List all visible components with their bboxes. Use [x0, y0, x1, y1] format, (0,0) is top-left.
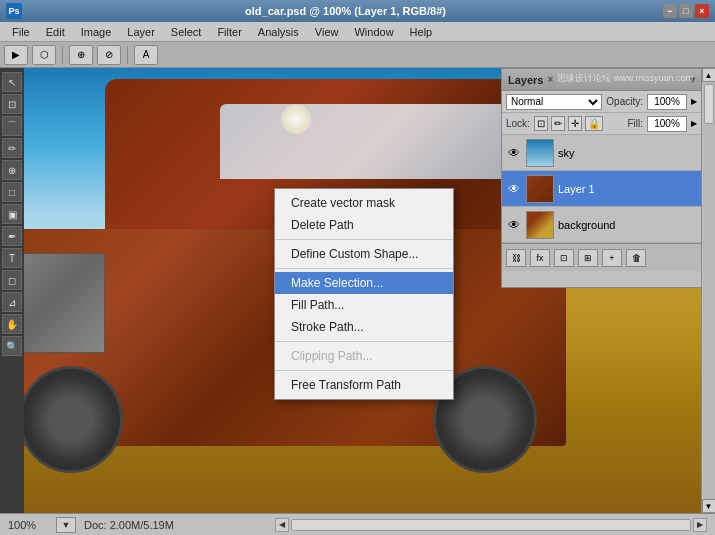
- lock-label: Lock:: [506, 118, 530, 129]
- tool-gradient[interactable]: ▣: [2, 204, 22, 224]
- scroll-right-btn[interactable]: ▶: [693, 518, 707, 532]
- sun-glare: [281, 104, 311, 134]
- workspace: ↖ ⊡ ⌒ ✏ ⊕ □ ▣ ✒ T ◻ ⊿ ✋ 🔍: [0, 68, 715, 513]
- ctx-sep1: [275, 239, 453, 240]
- menu-layer[interactable]: Layer: [119, 24, 163, 40]
- layer-thumb-layer1: [526, 175, 554, 203]
- tool-pen[interactable]: ✒: [2, 226, 22, 246]
- ctx-sep3: [275, 341, 453, 342]
- watermark: 思缘设计论坛 www.missyuan.com: [557, 72, 693, 85]
- canvas-area: Create vector mask Delete Path Define Cu…: [24, 68, 701, 513]
- scroll-up[interactable]: ▲: [702, 68, 716, 82]
- truck-wheel-left: [24, 366, 123, 473]
- tool-stamp[interactable]: ⊕: [2, 160, 22, 180]
- truck-window: [220, 104, 542, 179]
- tool-hand[interactable]: ✋: [2, 314, 22, 334]
- horizontal-scrollbar[interactable]: [291, 519, 691, 531]
- new-group-btn[interactable]: ⊞: [578, 249, 598, 267]
- layers-title: Layers: [508, 74, 543, 86]
- scroll-thumb[interactable]: [704, 84, 714, 124]
- toolbar-arrow[interactable]: ▶: [4, 45, 28, 65]
- tool-eraser[interactable]: □: [2, 182, 22, 202]
- window-title: old_car.psd @ 100% (Layer 1, RGB/8#): [28, 5, 663, 17]
- toolbar: ▶ ⬡ ⊕ ⊘ A: [0, 42, 715, 68]
- ctx-define-custom-shape[interactable]: Define Custom Shape...: [275, 243, 453, 265]
- minimize-button[interactable]: −: [663, 4, 677, 18]
- ctx-delete-path[interactable]: Delete Path: [275, 214, 453, 236]
- toolbar-sep1: [62, 46, 63, 64]
- toolbar-option2[interactable]: ⊘: [97, 45, 121, 65]
- lock-icons: ⊡ ✏ ✛ 🔒: [534, 116, 603, 131]
- ctx-fill-path[interactable]: Fill Path...: [275, 294, 453, 316]
- blend-mode-select[interactable]: Normal Multiply Screen: [506, 94, 602, 110]
- tool-zoom[interactable]: 🔍: [2, 336, 22, 356]
- doc-info: Doc: 2.00M/5.19M: [84, 519, 267, 531]
- menu-help[interactable]: Help: [402, 24, 441, 40]
- close-button[interactable]: ×: [695, 4, 709, 18]
- menu-file[interactable]: File: [4, 24, 38, 40]
- layer-name-bg: background: [558, 219, 697, 231]
- window-buttons: − □ ×: [663, 4, 709, 18]
- ctx-make-selection[interactable]: Make Selection...: [275, 272, 453, 294]
- scroll-down[interactable]: ▼: [702, 499, 716, 513]
- maximize-button[interactable]: □: [679, 4, 693, 18]
- menu-filter[interactable]: Filter: [209, 24, 249, 40]
- opacity-arrow[interactable]: ▶: [691, 97, 697, 106]
- menu-view[interactable]: View: [307, 24, 347, 40]
- tool-shapes[interactable]: ◻: [2, 270, 22, 290]
- link-layers-btn[interactable]: ⛓: [506, 249, 526, 267]
- fill-arrow[interactable]: ▶: [691, 119, 697, 128]
- tool-eyedropper[interactable]: ⊿: [2, 292, 22, 312]
- toolbar-sep2: [127, 46, 128, 64]
- layer-name-layer1: Layer 1: [558, 183, 697, 195]
- tool-brush[interactable]: ✏: [2, 138, 22, 158]
- ctx-clipping-path: Clipping Path...: [275, 345, 453, 367]
- scroll-left-btn[interactable]: ◀: [275, 518, 289, 532]
- tool-selection[interactable]: ↖: [2, 72, 22, 92]
- layer-visibility-bg[interactable]: 👁: [506, 217, 522, 233]
- layer-row-layer1[interactable]: 👁 Layer 1: [502, 171, 701, 207]
- delete-layer-btn[interactable]: 🗑: [626, 249, 646, 267]
- menu-window[interactable]: Window: [346, 24, 401, 40]
- menu-analysis[interactable]: Analysis: [250, 24, 307, 40]
- fill-label: Fill:: [627, 118, 643, 129]
- ctx-create-vector-mask[interactable]: Create vector mask: [275, 192, 453, 214]
- tool-lasso[interactable]: ⌒: [2, 116, 22, 136]
- lock-position[interactable]: ✛: [568, 116, 582, 131]
- layers-panel-bottom: ⛓ fx ⊡ ⊞ + 🗑: [502, 243, 701, 271]
- lock-transparent[interactable]: ⊡: [534, 116, 548, 131]
- context-menu: Create vector mask Delete Path Define Cu…: [274, 188, 454, 400]
- menu-image[interactable]: Image: [73, 24, 120, 40]
- left-toolbox: ↖ ⊡ ⌒ ✏ ⊕ □ ▣ ✒ T ◻ ⊿ ✋ 🔍: [0, 68, 24, 513]
- ctx-free-transform-path[interactable]: Free Transform Path: [275, 374, 453, 396]
- ctx-stroke-path[interactable]: Stroke Path...: [275, 316, 453, 338]
- layer-row-background[interactable]: 👁 background: [502, 207, 701, 243]
- toolbar-auto[interactable]: A: [134, 45, 158, 65]
- titlebar: Ps old_car.psd @ 100% (Layer 1, RGB/8#) …: [0, 0, 715, 22]
- toolbar-shape[interactable]: ⬡: [32, 45, 56, 65]
- layer-name-sky: sky: [558, 147, 697, 159]
- fill-input[interactable]: [647, 116, 687, 132]
- new-layer-btn[interactable]: +: [602, 249, 622, 267]
- statusbar: 100% ▼ Doc: 2.00M/5.19M ◀ ▶: [0, 513, 715, 535]
- app-icon: Ps: [6, 3, 22, 19]
- menu-edit[interactable]: Edit: [38, 24, 73, 40]
- layer-visibility-layer1[interactable]: 👁: [506, 181, 522, 197]
- opacity-input[interactable]: [647, 94, 687, 110]
- tool-text[interactable]: T: [2, 248, 22, 268]
- ctx-sep4: [275, 370, 453, 371]
- lock-image[interactable]: ✏: [551, 116, 565, 131]
- fx-btn[interactable]: fx: [530, 249, 550, 267]
- zoom-menu-btn[interactable]: ▼: [56, 517, 76, 533]
- toolbar-option1[interactable]: ⊕: [69, 45, 93, 65]
- lock-all[interactable]: 🔒: [585, 116, 603, 131]
- menu-select[interactable]: Select: [163, 24, 210, 40]
- add-mask-btn[interactable]: ⊡: [554, 249, 574, 267]
- layer-thumb-sky: [526, 139, 554, 167]
- layer-row-sky[interactable]: 👁 sky: [502, 135, 701, 171]
- layer-visibility-sky[interactable]: 👁: [506, 145, 522, 161]
- vertical-scrollbar: ▲ ▼: [701, 68, 715, 513]
- tool-crop[interactable]: ⊡: [2, 94, 22, 114]
- menubar: File Edit Image Layer Select Filter Anal…: [0, 22, 715, 42]
- scroll-track[interactable]: [703, 82, 715, 499]
